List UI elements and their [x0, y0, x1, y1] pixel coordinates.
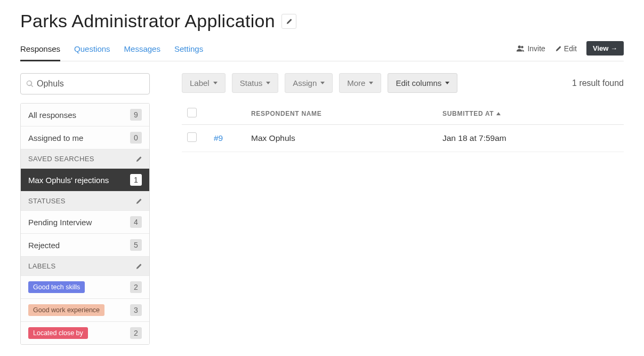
- tab-settings[interactable]: Settings: [174, 41, 203, 61]
- sort-asc-icon: [496, 112, 501, 115]
- search-box: +2: [20, 73, 150, 94]
- filter-label: Max Ophuls' rejections: [28, 176, 109, 185]
- pencil-icon: [286, 18, 292, 25]
- label-pill: Good work experience: [28, 304, 104, 316]
- saved-searches-heading: Saved Searches: [21, 149, 149, 168]
- status-item-rejected[interactable]: Rejected 5: [21, 233, 149, 256]
- count-badge: 2: [130, 327, 142, 339]
- saved-search-item[interactable]: Max Ophuls' rejections 1: [21, 168, 149, 191]
- select-all-checkbox[interactable]: [187, 108, 197, 117]
- column-submitted-at[interactable]: Submitted At: [442, 110, 624, 117]
- edit-labels-button[interactable]: [135, 263, 142, 270]
- column-respondent-name[interactable]: Respondent Name: [251, 110, 442, 117]
- filter-label: Assigned to me: [28, 133, 83, 143]
- label-pill: Located close by: [28, 327, 88, 339]
- statuses-heading: Statuses: [21, 191, 149, 210]
- column-label: Submitted At: [442, 110, 494, 117]
- count-badge: 4: [130, 216, 142, 228]
- btn-label: Status: [240, 78, 263, 88]
- count-badge: 5: [130, 239, 142, 251]
- invite-link[interactable]: Invite: [517, 44, 545, 53]
- filter-label: Pending Interview: [28, 218, 92, 227]
- heading-label: Labels: [28, 262, 56, 270]
- btn-label: Label: [190, 78, 210, 88]
- count-badge: 9: [130, 109, 142, 121]
- users-icon: [517, 45, 525, 52]
- tab-messages[interactable]: Messages: [124, 41, 160, 61]
- caret-down-icon: [445, 82, 449, 84]
- edit-saved-searches-button[interactable]: [135, 156, 142, 162]
- caret-down-icon: [213, 82, 218, 84]
- btn-label: Assign: [293, 78, 317, 88]
- caret-down-icon: [320, 82, 325, 84]
- filter-label: All responses: [28, 110, 76, 120]
- invite-label: Invite: [527, 44, 545, 53]
- labels-heading: Labels: [21, 256, 149, 275]
- count-badge: 1: [130, 174, 142, 186]
- filter-label: Rejected: [28, 241, 60, 250]
- submitted-at: Jan 18 at 7:59am: [442, 133, 624, 143]
- search-input[interactable]: [37, 79, 143, 89]
- btn-label: Edit columns: [396, 78, 441, 88]
- tabs: Responses Questions Messages Settings: [20, 41, 203, 61]
- label-item[interactable]: Located close by 2: [21, 321, 149, 344]
- caret-down-icon: [369, 82, 373, 84]
- filter-all-responses[interactable]: All responses 9: [21, 104, 149, 126]
- edit-label: Edit: [564, 44, 577, 53]
- assign-dropdown[interactable]: Assign: [285, 73, 333, 93]
- status-dropdown[interactable]: Status: [232, 73, 279, 93]
- respondent-name: Max Ophuls: [251, 133, 442, 143]
- filter-assigned-to-me[interactable]: Assigned to me 0: [21, 126, 149, 149]
- tab-responses[interactable]: Responses: [20, 41, 60, 61]
- result-count: 1 result found: [572, 78, 624, 88]
- edit-statuses-button[interactable]: [135, 198, 142, 204]
- edit-title-button[interactable]: [281, 14, 296, 29]
- heading-label: Statuses: [28, 197, 66, 205]
- response-id-link[interactable]: #9: [214, 133, 251, 143]
- count-badge: 2: [130, 281, 142, 293]
- table-row[interactable]: #9 Max Ophuls Jan 18 at 7:59am: [182, 125, 624, 152]
- btn-label: More: [347, 78, 365, 88]
- view-button[interactable]: View →: [586, 41, 624, 56]
- edit-columns-dropdown[interactable]: Edit columns: [388, 73, 457, 93]
- count-badge: 3: [130, 304, 142, 316]
- pencil-icon: [555, 45, 561, 52]
- label-dropdown[interactable]: Label: [182, 73, 226, 93]
- search-icon: [26, 80, 34, 88]
- page-title: Parks Administrator Application: [20, 11, 275, 31]
- edit-link[interactable]: Edit: [555, 44, 577, 53]
- tab-questions[interactable]: Questions: [74, 41, 110, 61]
- count-badge: 0: [130, 132, 142, 144]
- heading-label: Saved Searches: [28, 155, 94, 163]
- status-item-pending[interactable]: Pending Interview 4: [21, 210, 149, 233]
- label-item[interactable]: Good tech skills 2: [21, 275, 149, 298]
- more-dropdown[interactable]: More: [339, 73, 381, 93]
- label-item[interactable]: Good work experience 3: [21, 298, 149, 321]
- caret-down-icon: [266, 82, 270, 84]
- label-pill: Good tech skills: [28, 281, 85, 293]
- row-checkbox[interactable]: [187, 132, 197, 142]
